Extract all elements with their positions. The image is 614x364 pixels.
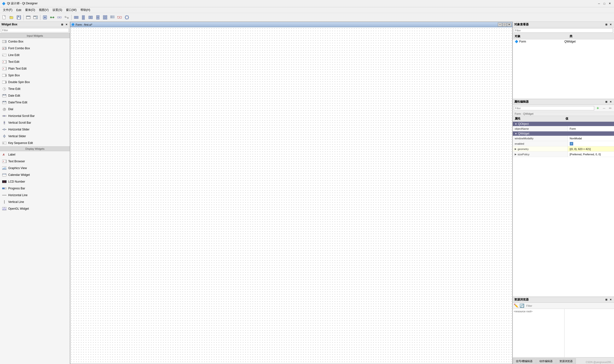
widget-horizontal-line[interactable]: Horizontal Line [0,192,70,198]
widget-key-sequence-edit[interactable]: ⊟ Key Sequence Edit [0,140,70,146]
widget-dial[interactable]: Dial [0,106,70,113]
widget-horizontal-scrollbar[interactable]: Horizontal Scroll Bar [0,113,70,119]
widget-vertical-line[interactable]: Vertical Line [0,198,70,205]
prop-section-qwidget[interactable]: ▼ QWidget [513,131,614,136]
resource-browser-close-button[interactable]: ✕ [609,298,613,302]
form-canvas[interactable] [70,27,512,364]
widget-box-controls: ⊞ ✕ [60,23,68,26]
adjust-size-button[interactable] [123,14,130,21]
resource-browser-float-button[interactable]: ⊞ [604,298,608,302]
progress-bar-icon [2,186,7,191]
widget-text-browser[interactable]: A Text Browser [0,158,70,165]
tab-resource-browser[interactable]: 资源浏览器 [556,358,576,364]
menu-help[interactable]: 帮助(H) [78,8,92,13]
widget-date-edit[interactable]: Date Edit [0,92,70,99]
maximize-button[interactable]: □ [602,1,607,6]
menu-settings[interactable]: 设置(S) [51,8,64,13]
property-minus-button[interactable]: ─ [601,105,607,111]
resource-edit-icon[interactable]: ✏️ [514,303,519,308]
widget-lcd-number[interactable]: 12 LCD Number [0,178,70,185]
prop-row-windowmodality[interactable]: windowModality NonModal [513,136,614,141]
prop-row-enabled[interactable]: enabled [513,141,614,146]
widget-time-edit[interactable]: Time Edit [0,86,70,92]
layout-horiz-button[interactable] [73,14,79,21]
object-inspector-float-button[interactable]: ⊞ [604,23,608,26]
widget-progress-bar[interactable]: Progress Bar [0,185,70,192]
toolbar: ↔ 12 [0,13,614,22]
prop-section-qobject[interactable]: ▼ QObject [513,122,614,126]
svg-rect-74 [2,81,6,83]
form-minimize-button[interactable]: ─ [498,23,502,26]
widget-spin-box[interactable]: ▲▼ Spin Box [0,72,70,79]
menu-edit[interactable]: Edit [14,8,23,12]
layout-split-horiz-button[interactable] [87,14,94,21]
widget-box-float-button[interactable]: ⊞ [60,23,64,26]
layout-grid-button[interactable] [102,14,108,21]
property-add-button[interactable]: + [595,105,601,111]
widget-font-combo-box[interactable]: A▼ Font Combo Box [0,45,70,52]
svg-rect-8 [26,16,30,17]
form-preview-button[interactable] [25,14,32,21]
layout-vert-button[interactable] [80,14,87,21]
widget-combo-box[interactable]: ▼ Combo Box [0,38,70,45]
widget-horizontal-slider[interactable]: Horizontal Slider [0,126,70,133]
save-button[interactable] [15,14,22,21]
form-close-button[interactable]: ✕ [507,23,511,26]
widget-plain-text-edit[interactable]: A Plain Text Edit [0,65,70,72]
widget-double-spin-box[interactable]: ▲▼ Double Spin Box [0,79,70,86]
widget-label[interactable]: A Label [0,151,70,158]
widget-box-close-button[interactable]: ✕ [65,23,68,26]
prop-row-geometry[interactable]: ▶geometry [(0, 0), 623 × 421] [513,146,614,152]
svg-rect-68 [6,67,7,70]
widget-opengl[interactable]: OpenGL Widget [0,205,70,212]
object-tree-row-form[interactable]: 🔷 Form QWidget [513,39,614,44]
form-maximize-button[interactable]: □ [502,23,507,26]
resource-refresh-icon[interactable]: 🔄 [520,303,524,308]
enabled-checkbox[interactable] [570,142,573,145]
minimize-button[interactable]: ─ [597,1,601,6]
property-editor-close-button[interactable]: ✕ [609,100,613,104]
widget-text-edit[interactable]: A Text Edit [0,58,70,65]
tab-action-editor[interactable]: 动作编辑器 [536,358,556,364]
object-inspector-close-button[interactable]: ✕ [609,23,613,26]
svg-rect-100 [3,135,5,137]
property-edit-button[interactable]: ✏ [608,105,613,111]
tab-order-button[interactable]: 12 [63,14,70,21]
form-preview2-button[interactable] [32,14,39,21]
widget-graphics-view[interactable]: Graphics View [0,165,70,171]
property-filter-input[interactable] [514,106,594,110]
widget-calendar[interactable]: 12 Calendar Widget [0,171,70,178]
object-inspector: 对象查看器 ⊞ ✕ 对象 类 🔷 Form [513,22,614,99]
svg-text:▼: ▼ [6,48,7,50]
resource-filter-input[interactable] [525,304,613,308]
menu-window[interactable]: 窗口(W) [64,8,78,13]
buddy-button[interactable] [56,14,63,21]
tab-signal-slot[interactable]: 信号/槽编辑器 [513,358,536,364]
prop-name-enabled: enabled [513,141,568,146]
layout-form-button[interactable] [109,14,116,21]
property-editor-float-button[interactable]: ⊞ [604,100,608,104]
widget-vertical-scrollbar[interactable]: Vertical Scroll Bar [0,119,70,126]
resource-root-item[interactable]: <resource root> [514,310,533,313]
widget-vertical-slider[interactable]: Vertical Slider [0,133,70,140]
menu-file[interactable]: 文件(F) [1,8,14,13]
break-layout-button[interactable] [116,14,123,21]
widget-box-title: Widget Box [1,23,17,26]
signals-slots-button[interactable]: ↔ [49,14,56,21]
form-icon: 🔷 [71,23,75,26]
widget-box-filter-input[interactable] [1,28,69,32]
widget-line-edit[interactable]: Line Edit [0,52,70,58]
menu-form[interactable]: 窗体(O) [23,8,37,13]
widget-editor-button[interactable] [41,14,48,21]
prop-row-sizepolicy[interactable]: ▶sizePolicy [Preferred, Preferred, 0, 0] [513,152,614,157]
open-button[interactable] [8,14,15,21]
widget-datetime-edit[interactable]: Date/Time Edit [0,99,70,106]
center-area: 🔷 Form - first.ui* ─ □ ✕ [70,22,512,364]
new-button[interactable] [1,14,8,21]
prop-row-objectname[interactable]: objectName Form [513,126,614,131]
object-inspector-filter-input[interactable] [514,28,613,33]
close-button[interactable]: ✕ [607,1,612,6]
line-edit-label: Line Edit [8,53,20,57]
layout-split-vert-button[interactable] [94,14,101,21]
menu-view[interactable]: 视图(V) [37,8,51,13]
